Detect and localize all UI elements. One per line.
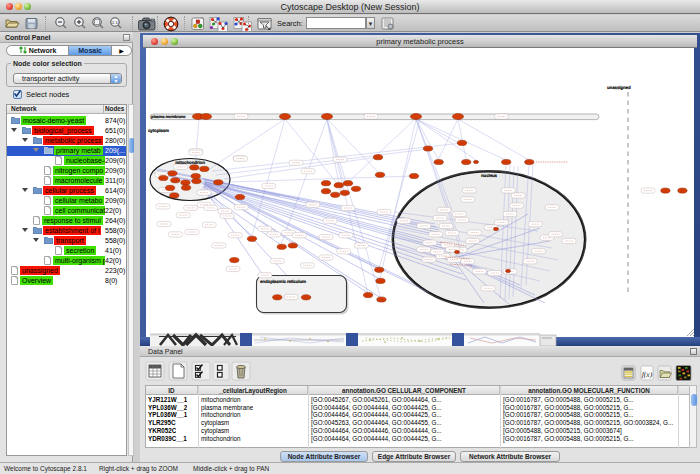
svg-text:plasma membrane: plasma membrane <box>151 114 186 119</box>
svg-text:unassigned: unassigned <box>607 85 631 90</box>
svg-text:endoplasmic reticulum: endoplasmic reticulum <box>260 279 306 284</box>
svg-text:cytoplasm: cytoplasm <box>148 128 169 133</box>
svg-text:1:1: 1:1 <box>112 20 119 25</box>
svg-text:f(x): f(x) <box>642 370 653 379</box>
svg-text:mitochondrion: mitochondrion <box>175 160 205 165</box>
svg-text:nucleus: nucleus <box>481 173 498 178</box>
